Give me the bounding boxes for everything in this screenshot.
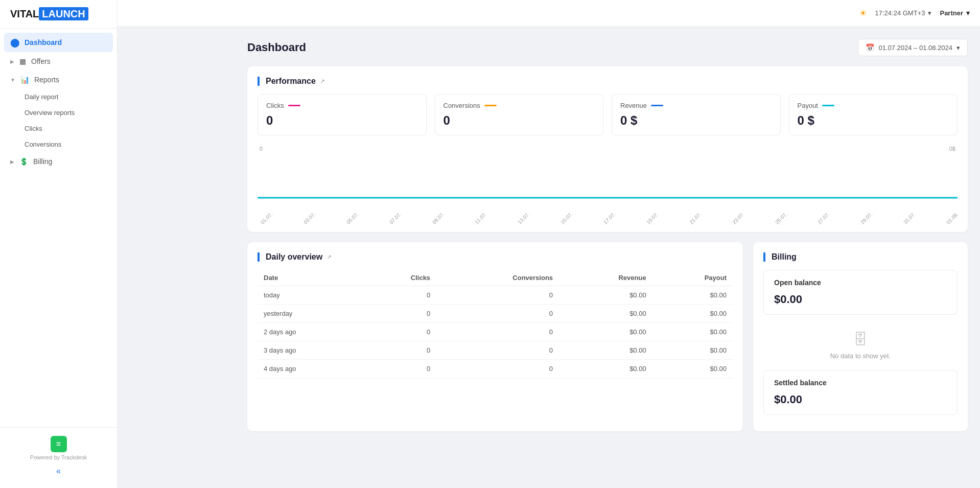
table-header-clicks: Clicks xyxy=(362,270,437,286)
chart-y-left: 0 xyxy=(260,146,263,152)
metric-label: Payout xyxy=(798,102,949,109)
sidebar-label-reports: Reports xyxy=(34,76,59,84)
logo-text: VITALLAUNCH xyxy=(10,7,88,20)
table-cell: 3 days ago xyxy=(258,341,362,360)
page-title: Dashboard xyxy=(247,41,306,54)
settled-balance-amount: $0.00 xyxy=(774,393,947,406)
table-cell: 4 days ago xyxy=(258,360,362,378)
date-range-label: 01.07.2024 – 01.08.2024 xyxy=(878,44,952,52)
sidebar-item-billing[interactable]: ▶ 💲 Billing xyxy=(0,152,117,171)
daily-overview-table-wrapper: DateClicksConversionsRevenuePayout today… xyxy=(258,270,733,378)
table-cell: 0 xyxy=(436,323,559,341)
time-chevron-icon: ▾ xyxy=(928,9,931,17)
settled-balance-label: Settled balance xyxy=(774,379,947,387)
sidebar-item-clicks[interactable]: Clicks xyxy=(0,121,117,136)
table-cell: 0 xyxy=(362,305,437,323)
daily-overview-header: Daily overview ↗ xyxy=(258,252,733,262)
sidebar-label-dashboard: Dashboard xyxy=(25,38,62,47)
offers-icon: ▦ xyxy=(19,57,26,65)
reports-icon: 📊 xyxy=(20,76,29,84)
metrics-row: Clicks 0 Conversions 0 Revenue 0 $ Payou… xyxy=(258,94,958,135)
chart-x-label: 23.07. xyxy=(731,211,745,225)
table-cell: today xyxy=(258,286,362,305)
table-row: 2 days ago00$0.00$0.00 xyxy=(258,323,733,341)
collapse-sidebar-button[interactable]: « xyxy=(52,462,65,480)
main-content: Dashboard 📅 01.07.2024 – 01.08.2024 ▾ Pe… xyxy=(235,27,980,488)
table-cell: 0 xyxy=(436,360,559,378)
table-cell: 0 xyxy=(362,286,437,305)
chart-x-label: 01.08. xyxy=(945,211,959,225)
metric-card-revenue: Revenue 0 $ xyxy=(612,94,781,135)
settled-balance-box: Settled balance $0.00 xyxy=(763,370,958,415)
table-header-date: Date xyxy=(258,270,362,286)
billing-header: Billing xyxy=(763,252,958,262)
sidebar-label-clicks: Clicks xyxy=(25,125,42,132)
chart-y-right: 0$ xyxy=(949,146,955,152)
table-cell: $0.00 xyxy=(652,323,733,341)
sidebar-label-offers: Offers xyxy=(31,57,51,65)
date-range-button[interactable]: 📅 01.07.2024 – 01.08.2024 ▾ xyxy=(858,39,968,56)
chart-x-label: 21.07. xyxy=(688,211,702,225)
chart-x-label: 11.07. xyxy=(474,211,487,225)
time-display: 17:24:24 GMT+3 xyxy=(875,9,925,17)
sidebar-item-conversions[interactable]: Conversions xyxy=(0,136,117,152)
daily-overview-title: Daily overview xyxy=(266,252,322,262)
sidebar-label-billing: Billing xyxy=(33,157,52,166)
daily-overview-table: DateClicksConversionsRevenuePayout today… xyxy=(258,270,733,378)
performance-chart: 0 0$ 01.07.03.07.05.07.07.07.09.07.11.07… xyxy=(258,146,958,222)
metric-line-indicator xyxy=(288,105,300,106)
performance-card-header: Performance ↗ xyxy=(258,77,958,86)
sun-icon: ☀ xyxy=(859,8,867,19)
chart-x-label: 27.07. xyxy=(816,211,830,225)
sidebar-item-overview-reports[interactable]: Overview reports xyxy=(0,105,117,121)
chart-x-label: 31.07. xyxy=(902,211,916,225)
metric-text: Conversions xyxy=(444,102,480,109)
table-cell: $0.00 xyxy=(652,286,733,305)
billing-icon: 💲 xyxy=(19,157,28,166)
no-data-label: No data to show yet. xyxy=(830,352,891,360)
partner-chevron-icon: ▾ xyxy=(966,9,970,17)
performance-external-link-icon[interactable]: ↗ xyxy=(320,78,325,85)
bottom-grid: Daily overview ↗ DateClicksConversionsRe… xyxy=(247,242,968,441)
calendar-icon: 📅 xyxy=(866,43,874,52)
sidebar-label-conversions: Conversions xyxy=(25,141,61,148)
sidebar-item-dashboard[interactable]: ⬤ Dashboard xyxy=(4,33,113,52)
chart-x-label: 19.07. xyxy=(645,211,659,225)
table-cell: $0.00 xyxy=(559,360,652,378)
metric-card-conversions: Conversions 0 xyxy=(435,94,604,135)
powered-by-label: Powered by Trackdesk xyxy=(30,454,87,460)
table-row: today00$0.00$0.00 xyxy=(258,286,733,305)
topbar-time[interactable]: 17:24:24 GMT+3 ▾ xyxy=(875,9,932,17)
chart-x-label: 13.07. xyxy=(517,211,530,225)
daily-overview-external-link-icon[interactable]: ↗ xyxy=(326,253,332,261)
metric-label: Clicks xyxy=(266,102,418,109)
open-balance-amount: $0.00 xyxy=(774,293,947,306)
table-header-revenue: Revenue xyxy=(559,270,652,286)
metric-value: 0 xyxy=(444,113,595,128)
billing-title: Billing xyxy=(772,252,797,262)
table-cell: $0.00 xyxy=(652,341,733,360)
sidebar-item-reports[interactable]: ▼ 📊 Reports xyxy=(0,71,117,89)
metric-value: 0 xyxy=(266,113,418,128)
sidebar-label-daily-report: Daily report xyxy=(25,93,58,101)
chart-x-label: 17.07. xyxy=(602,211,616,225)
dashboard-icon: ⬤ xyxy=(10,38,19,47)
chart-x-labels: 01.07.03.07.05.07.07.07.09.07.11.07.13.0… xyxy=(258,216,958,222)
chart-svg xyxy=(258,152,958,213)
chevron-down-icon: ▼ xyxy=(10,77,15,83)
sidebar-item-offers[interactable]: ▶ ▦ Offers xyxy=(0,52,117,71)
sidebar-footer: ≡ Powered by Trackdesk « xyxy=(0,427,117,488)
table-cell: $0.00 xyxy=(652,305,733,323)
trackdesk-logo: ≡ xyxy=(51,436,67,452)
metric-line-indicator xyxy=(822,105,834,106)
daily-overview-card: Daily overview ↗ DateClicksConversionsRe… xyxy=(247,242,743,431)
sidebar-label-overview-reports: Overview reports xyxy=(25,109,75,117)
table-cell: $0.00 xyxy=(559,323,652,341)
billing-card: Billing Open balance $0.00 🗄 No data to … xyxy=(753,242,968,431)
sidebar-item-daily-report[interactable]: Daily report xyxy=(0,89,117,105)
chevron-right-billing-icon: ▶ xyxy=(10,159,14,165)
metric-value: 0 $ xyxy=(798,113,949,128)
table-row: yesterday00$0.00$0.00 xyxy=(258,305,733,323)
topbar-partner[interactable]: Partner ▾ xyxy=(940,9,970,17)
topbar: ☀ 17:24:24 GMT+3 ▾ Partner ▾ xyxy=(118,0,980,27)
